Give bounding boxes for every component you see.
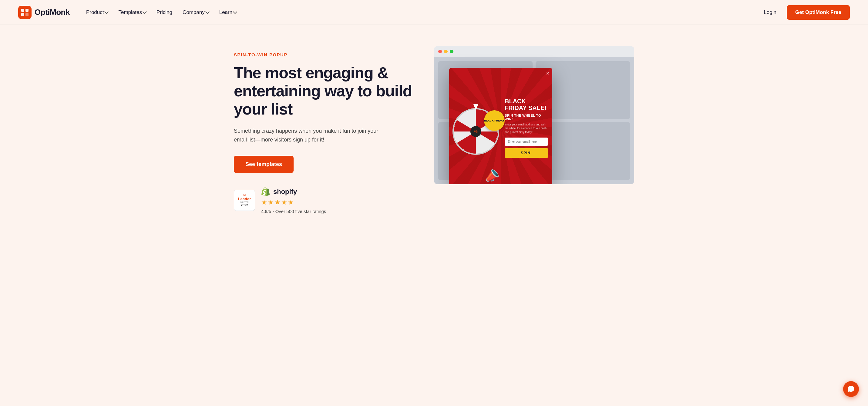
svg-rect-3 (26, 13, 29, 16)
hero-title: The most engaging & entertaining way to … (234, 64, 416, 118)
browser-bar (434, 46, 634, 57)
wheel-pointer (473, 104, 478, 110)
hero-tag: SPIN-TO-WIN POPUP (234, 52, 416, 57)
shopify-text: shopify (273, 188, 297, 196)
header: OptiMonk Product Templates Pricing Compa… (0, 0, 868, 25)
nav-templates[interactable]: Templates (114, 7, 150, 18)
browser-mockup: × (434, 46, 634, 184)
g2-leader: Leader (238, 197, 251, 201)
browser-dot-fullscreen (450, 50, 454, 53)
spin-popup-overlay: × (449, 68, 552, 184)
popup-spin-button[interactable]: SPIN! (505, 148, 548, 158)
hero-left: SPIN-TO-WIN POPUP The most engaging & en… (234, 46, 416, 214)
logo[interactable]: OptiMonk (18, 6, 70, 19)
see-templates-button[interactable]: See templates (234, 156, 293, 173)
popup-sale-title: BLACK FRIDAY SALE! (505, 98, 548, 111)
g2-label: G2 (243, 194, 246, 197)
login-button[interactable]: Login (760, 7, 781, 18)
shopify-area: shopify ★★★★★ 4.9/5 - Over 500 five star… (261, 187, 326, 214)
main-nav: Product Templates Pricing Company Learn (82, 7, 760, 18)
browser-dot-minimize (444, 50, 448, 53)
browser-dot-close (438, 50, 442, 53)
header-actions: Login Get OptiMonk Free (760, 5, 850, 20)
nav-learn[interactable]: Learn (215, 7, 241, 18)
bf-badge-text: BLACK FRIDAY (484, 119, 504, 123)
chevron-icon (233, 10, 237, 14)
chat-button[interactable] (843, 381, 859, 397)
g2-winter: WINTER (240, 201, 249, 203)
hero-right: × (434, 46, 634, 184)
shopify-logo: shopify (261, 187, 326, 197)
popup-left: % BLACK FRIDAY 📣 (449, 68, 502, 184)
logo-svg (21, 8, 29, 17)
popup-spin-desc: Enter your email address and spin the wh… (505, 123, 548, 134)
black-friday-badge: BLACK FRIDAY (484, 110, 505, 131)
rating-text: 4.9/5 - Over 500 five star ratings (261, 209, 326, 214)
nav-pricing[interactable]: Pricing (152, 7, 177, 18)
megaphone-icon: 📣 (482, 167, 501, 184)
chevron-icon (104, 10, 108, 14)
popup-right: BLACK FRIDAY SALE! SPIN THE WHEEL TO WIN… (502, 68, 552, 184)
spin-popup: × (449, 68, 552, 184)
logo-icon (18, 6, 32, 19)
hero-subtitle: Something crazy happens when you make it… (234, 127, 392, 144)
get-free-button[interactable]: Get OptiMonk Free (787, 5, 850, 20)
chevron-icon (143, 10, 147, 14)
g2-year: 2022 (241, 203, 248, 207)
spin-wheel: % BLACK FRIDAY (452, 107, 500, 156)
nav-product[interactable]: Product (82, 7, 113, 18)
wheel-center: % (470, 126, 481, 137)
shopify-icon (261, 187, 271, 197)
social-proof: G2 Leader WINTER 2022 shopify ★★★★★ 4.9/… (234, 187, 416, 214)
popup-spin-title: SPIN THE WHEEL TO WIN! (505, 114, 548, 121)
stars: ★★★★★ (261, 199, 326, 206)
svg-rect-2 (21, 13, 24, 16)
browser-content: × (434, 57, 634, 184)
hero-section: SPIN-TO-WIN POPUP The most engaging & en… (216, 25, 652, 232)
g2-badge: G2 Leader WINTER 2022 (234, 190, 255, 211)
chat-icon (847, 385, 855, 393)
brand-name: OptiMonk (35, 7, 70, 17)
nav-company[interactable]: Company (178, 7, 213, 18)
popup-email-input[interactable] (505, 138, 548, 146)
svg-rect-0 (21, 9, 24, 12)
chevron-icon (205, 10, 210, 14)
svg-rect-1 (26, 9, 29, 12)
popup-close-button[interactable]: × (546, 70, 549, 77)
